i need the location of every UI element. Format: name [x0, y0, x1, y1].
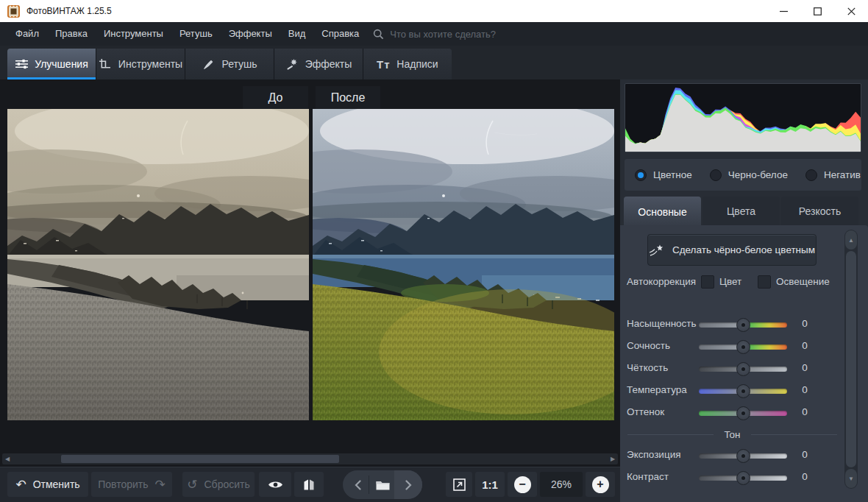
- previous-photo-button[interactable]: [347, 470, 368, 499]
- actual-size-button[interactable]: 1:1: [475, 472, 505, 497]
- tab-captions[interactable]: Tт Надписи: [363, 49, 452, 79]
- next-photo-button[interactable]: [396, 470, 421, 499]
- tab-label: Инструменты: [118, 58, 182, 70]
- saturation-slider-row: Насыщенность 0: [620, 314, 868, 335]
- menu-file[interactable]: Файл: [7, 22, 47, 46]
- slider-value: 0: [795, 406, 814, 417]
- menu-help[interactable]: Справка: [313, 22, 367, 46]
- undo-label: Отменить: [33, 478, 80, 490]
- panel-tab-sharpness[interactable]: Резкость: [781, 197, 858, 225]
- colorize-label: Сделать чёрно-белое цветным: [672, 244, 815, 255]
- compare-view-button[interactable]: [294, 472, 324, 497]
- scroll-left-arrow-icon[interactable]: ◀: [2, 453, 13, 464]
- fit-screen-icon: [453, 478, 466, 491]
- adjustments-panel: Цветное Черно-белое Негатив Основные Цве…: [620, 79, 868, 502]
- mode-color-radio[interactable]: Цветное: [635, 169, 692, 181]
- autocorrect-lighting-checkbox[interactable]: [758, 275, 771, 289]
- before-photo[interactable]: [7, 109, 309, 420]
- zoom-level-display[interactable]: 26%: [540, 472, 583, 497]
- tab-label: Ретушь: [221, 58, 257, 70]
- slider-label: Сочность: [627, 340, 670, 351]
- autocorrect-color-checkbox[interactable]: [701, 275, 714, 289]
- fit-to-screen-button[interactable]: [446, 472, 472, 497]
- mode-label: Негатив: [824, 169, 861, 180]
- slider-thumb[interactable]: [736, 406, 750, 420]
- open-folder-button[interactable]: [371, 470, 394, 499]
- slider-thumb[interactable]: [736, 449, 750, 463]
- eye-icon: [268, 480, 283, 489]
- colorize-button[interactable]: Сделать чёрно-белое цветным: [647, 234, 817, 266]
- menu-view[interactable]: Вид: [280, 22, 314, 46]
- undo-button[interactable]: ↶ Отменить: [7, 472, 88, 497]
- tone-section-divider: Тон: [620, 425, 844, 443]
- panel-tab-colors[interactable]: Цвета: [702, 197, 780, 225]
- photo-navigator: [343, 470, 422, 499]
- split-view-icon: [303, 479, 315, 490]
- slider-value: 0: [795, 318, 814, 329]
- tab-enhancements[interactable]: Улучшения: [7, 49, 96, 79]
- autocorrect-row: Автокоррекция Цвет Освещение: [620, 274, 868, 291]
- basic-settings-panel: Сделать чёрно-белое цветным Автокоррекци…: [620, 225, 868, 502]
- preview-original-button[interactable]: [259, 472, 291, 497]
- crop-icon: [99, 58, 112, 70]
- slider-value: 0: [795, 471, 814, 482]
- menu-tools[interactable]: Инструменты: [96, 22, 171, 46]
- slider-label: Чёткость: [627, 362, 668, 373]
- tab-tools[interactable]: Инструменты: [96, 49, 185, 79]
- tab-retouch[interactable]: Ретушь: [185, 49, 274, 79]
- undo-icon: ↶: [15, 478, 26, 491]
- contrast-slider-row: Контраст 0: [620, 467, 868, 488]
- slider-label: Оттенок: [627, 406, 664, 417]
- radio-dot-icon: [635, 169, 647, 181]
- tint-slider-row: Оттенок 0: [620, 403, 868, 423]
- tab-label: Надписи: [396, 58, 438, 70]
- menu-effects[interactable]: Эффекты: [221, 22, 280, 46]
- slider-label: Контраст: [627, 471, 669, 482]
- slider-value: 0: [795, 340, 814, 351]
- mode-bw-radio[interactable]: Черно-белое: [710, 169, 788, 181]
- slider-thumb[interactable]: [736, 318, 750, 332]
- scroll-right-arrow-icon[interactable]: ▶: [608, 453, 618, 464]
- window-controls: [766, 0, 868, 22]
- after-photo[interactable]: [313, 109, 614, 420]
- radio-dot-icon: [710, 169, 722, 181]
- checkbox-label: Цвет: [719, 276, 741, 287]
- vertical-scroll-thumb[interactable]: [846, 251, 856, 467]
- chevron-right-icon: [405, 480, 412, 490]
- search-icon: [373, 29, 384, 40]
- slider-label: Экспозиция: [627, 449, 681, 460]
- text-icon: Tт: [377, 58, 390, 70]
- scroll-up-arrow-icon[interactable]: ▲: [845, 230, 857, 250]
- search-placeholder: Что вы хотите сделать?: [390, 29, 496, 40]
- mode-negative-radio[interactable]: Негатив: [805, 169, 861, 181]
- maximize-button[interactable]: [800, 0, 834, 22]
- actual-size-label: 1:1: [482, 478, 498, 491]
- slider-thumb[interactable]: [736, 384, 750, 398]
- scroll-down-arrow-icon[interactable]: ▼: [845, 469, 857, 488]
- autocorrect-label: Автокоррекция: [627, 276, 696, 287]
- slider-thumb[interactable]: [736, 362, 750, 376]
- redo-label: Повторить: [98, 478, 148, 490]
- mode-label: Черно-белое: [728, 169, 788, 180]
- slider-thumb[interactable]: [736, 340, 750, 354]
- reset-button[interactable]: ↺ Сбросить: [182, 472, 255, 497]
- quick-search[interactable]: Что вы хотите сделать?: [373, 29, 496, 40]
- minimize-button[interactable]: [766, 0, 800, 22]
- zoom-in-button[interactable]: +: [586, 472, 615, 497]
- reset-icon: ↺: [187, 478, 197, 491]
- zoom-out-button[interactable]: −: [508, 472, 537, 497]
- menu-retouch[interactable]: Ретушь: [171, 22, 221, 46]
- panel-tab-basic[interactable]: Основные: [624, 197, 701, 227]
- redo-button[interactable]: Повторить ↷: [91, 472, 172, 497]
- radio-dot-icon: [805, 169, 817, 181]
- horizontal-scrollbar[interactable]: ◀ ▶: [2, 453, 618, 464]
- titlebar: ФотоВИНТАЖ 1.25.5: [0, 0, 868, 22]
- menu-edit[interactable]: Правка: [47, 22, 96, 46]
- pill-divider: [369, 476, 369, 494]
- menubar: Файл Правка Инструменты Ретушь Эффекты В…: [0, 22, 868, 46]
- horizontal-scroll-thumb[interactable]: [61, 455, 339, 463]
- tab-effects[interactable]: Эффекты: [274, 49, 363, 79]
- vertical-scrollbar[interactable]: ▲ ▼: [844, 230, 858, 489]
- close-button[interactable]: [834, 0, 868, 22]
- slider-thumb[interactable]: [736, 471, 750, 485]
